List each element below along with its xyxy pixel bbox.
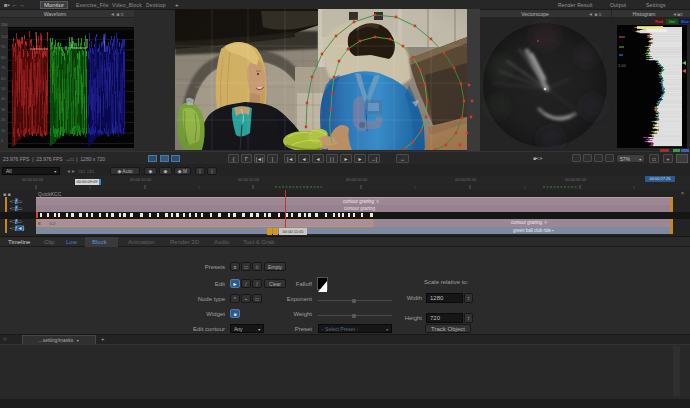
svg-text:1.00: 1.00 <box>618 63 627 68</box>
